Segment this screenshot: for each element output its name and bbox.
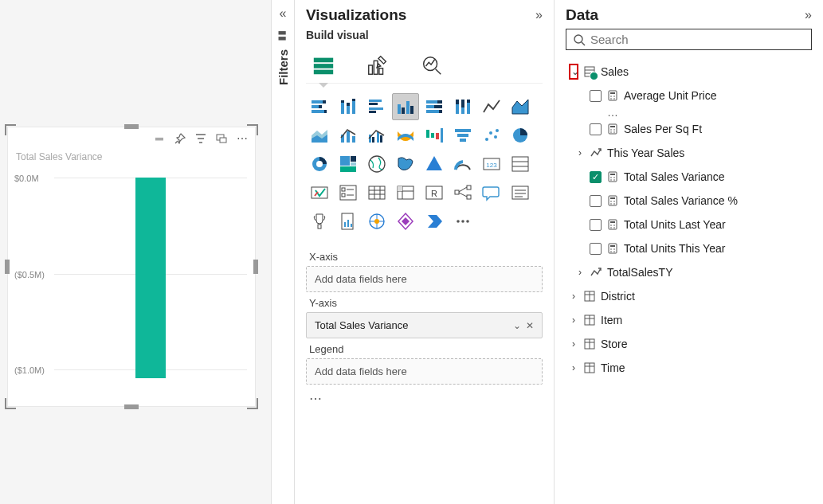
- x-axis-well[interactable]: Add data fields here: [306, 266, 543, 292]
- checkbox-checked[interactable]: ✓: [590, 171, 602, 183]
- viz-key-influencers[interactable]: [306, 208, 333, 235]
- field-total-units-this-year[interactable]: Total Units This Year: [566, 236, 812, 260]
- viz-r-visual[interactable]: R: [421, 179, 448, 206]
- viz-qna[interactable]: [478, 179, 505, 206]
- svg-rect-9: [312, 100, 323, 104]
- table-item[interactable]: › Item: [566, 308, 812, 332]
- resize-handle-bottom[interactable]: [124, 404, 139, 409]
- field-sales-per-sqft[interactable]: Sales Per Sq Ft: [566, 117, 812, 141]
- checkbox[interactable]: [590, 123, 602, 135]
- tab-build-visual[interactable]: [306, 48, 341, 83]
- tab-format-visual[interactable]: [360, 48, 395, 83]
- viz-ribbon[interactable]: [392, 122, 419, 149]
- viz-gauge[interactable]: [449, 150, 476, 178]
- search-box[interactable]: [566, 29, 812, 50]
- viz-100-stacked-bar[interactable]: [421, 93, 448, 120]
- more-icon[interactable]: ⋯: [236, 132, 249, 145]
- checkbox[interactable]: [590, 243, 602, 255]
- table-store[interactable]: › Store: [566, 332, 812, 356]
- viz-paginated-report[interactable]: [335, 208, 362, 235]
- viz-donut[interactable]: [306, 150, 333, 178]
- viz-waterfall[interactable]: [421, 122, 448, 149]
- table-time[interactable]: › Time: [566, 356, 812, 380]
- viz-smart-narrative[interactable]: [507, 179, 534, 206]
- expand-icon[interactable]: ›: [569, 291, 578, 302]
- tab-analytics[interactable]: [414, 48, 449, 83]
- expand-filters-icon[interactable]: «: [280, 6, 287, 21]
- field-total-sales-ty[interactable]: › TotalSalesTY: [566, 260, 812, 284]
- drag-icon[interactable]: ═: [153, 132, 166, 145]
- resize-handle-tl[interactable]: [5, 124, 16, 135]
- viz-stacked-column[interactable]: [335, 93, 362, 120]
- chart-visual[interactable]: ═ ⋯ Total Sales Variance $0.0M ($0.5M) (…: [8, 127, 255, 406]
- field-dropdown-icon[interactable]: ⌄: [508, 320, 526, 331]
- checkbox[interactable]: [590, 90, 602, 102]
- viz-stacked-bar[interactable]: [306, 93, 333, 120]
- resize-handle-br[interactable]: [247, 398, 258, 409]
- viz-table[interactable]: [363, 179, 390, 206]
- viz-line-clustered-column[interactable]: [363, 122, 390, 149]
- field-total-units-last-year[interactable]: Total Units Last Year: [566, 213, 812, 236]
- report-canvas[interactable]: ═ ⋯ Total Sales Variance $0.0M ($0.5M) (…: [0, 0, 271, 504]
- viz-power-apps[interactable]: [392, 208, 419, 235]
- focus-icon[interactable]: [215, 132, 228, 145]
- field-this-year-sales[interactable]: › This Year Sales: [566, 141, 812, 165]
- checkbox[interactable]: [590, 195, 602, 207]
- remove-field-icon[interactable]: ✕: [526, 320, 534, 331]
- search-icon: [573, 33, 586, 46]
- filter-icon[interactable]: [194, 132, 207, 145]
- viz-line-stacked-column[interactable]: [335, 122, 362, 149]
- legend-well[interactable]: Add data fields here: [306, 358, 543, 385]
- field-total-sales-variance-pct[interactable]: Total Sales Variance %: [566, 189, 812, 213]
- viz-funnel[interactable]: [449, 122, 476, 149]
- viz-card[interactable]: 123: [478, 150, 505, 178]
- viz-slicer[interactable]: [335, 179, 362, 206]
- viz-scatter[interactable]: [478, 122, 505, 149]
- table-sales[interactable]: ⌄ Sales: [566, 60, 812, 84]
- viz-multi-row-card[interactable]: [507, 150, 534, 178]
- viz-line[interactable]: [478, 93, 505, 120]
- viz-power-automate[interactable]: [421, 208, 448, 235]
- collapse-viz-icon[interactable]: »: [535, 8, 543, 22]
- collapse-data-icon[interactable]: »: [805, 8, 812, 22]
- resize-handle-tr[interactable]: [247, 124, 258, 135]
- viz-100-stacked-column[interactable]: [449, 93, 476, 120]
- viz-arcgis[interactable]: [363, 208, 390, 235]
- filters-label[interactable]: Filters: [276, 49, 290, 85]
- viz-clustered-bar[interactable]: [363, 93, 390, 120]
- resize-handle-bl[interactable]: [5, 398, 16, 409]
- viz-stacked-area[interactable]: [306, 122, 333, 149]
- table-icon: [583, 290, 596, 303]
- viz-area[interactable]: [507, 93, 534, 120]
- field-total-sales-variance[interactable]: ✓ Total Sales Variance: [566, 165, 812, 189]
- viz-pie[interactable]: [507, 122, 534, 149]
- viz-filled-map[interactable]: [392, 150, 419, 178]
- resize-handle-top[interactable]: [124, 124, 139, 129]
- svg-rect-40: [467, 100, 470, 103]
- expand-icon[interactable]: ›: [569, 338, 578, 350]
- pin-icon[interactable]: [174, 132, 186, 145]
- search-input[interactable]: [590, 33, 805, 46]
- viz-map[interactable]: [363, 150, 390, 178]
- viz-decomposition-tree[interactable]: [449, 179, 476, 206]
- more-wells-icon[interactable]: ⋯: [306, 385, 543, 412]
- viz-clustered-column[interactable]: [392, 93, 419, 120]
- viz-more[interactable]: [449, 208, 476, 235]
- field-avg-unit-price[interactable]: Average Unit Price: [566, 84, 812, 107]
- table-district[interactable]: › District: [566, 284, 812, 308]
- chart-bar[interactable]: [135, 178, 167, 378]
- expand-sales-icon[interactable]: ⌄: [569, 64, 578, 80]
- expand-icon[interactable]: ›: [569, 362, 578, 373]
- checkbox[interactable]: [590, 219, 602, 231]
- ellipsis[interactable]: …: [566, 107, 812, 117]
- resize-handle-left[interactable]: [5, 260, 10, 274]
- viz-azure-map[interactable]: [421, 150, 448, 178]
- viz-treemap[interactable]: [335, 150, 362, 178]
- viz-kpi[interactable]: [306, 179, 333, 206]
- expand-icon[interactable]: ›: [575, 267, 585, 278]
- expand-icon[interactable]: ›: [569, 315, 578, 326]
- resize-handle-right[interactable]: [253, 260, 258, 274]
- expand-icon[interactable]: ›: [575, 147, 585, 158]
- y-axis-well[interactable]: Total Sales Variance ⌄ ✕: [306, 312, 543, 338]
- viz-matrix[interactable]: [392, 179, 419, 206]
